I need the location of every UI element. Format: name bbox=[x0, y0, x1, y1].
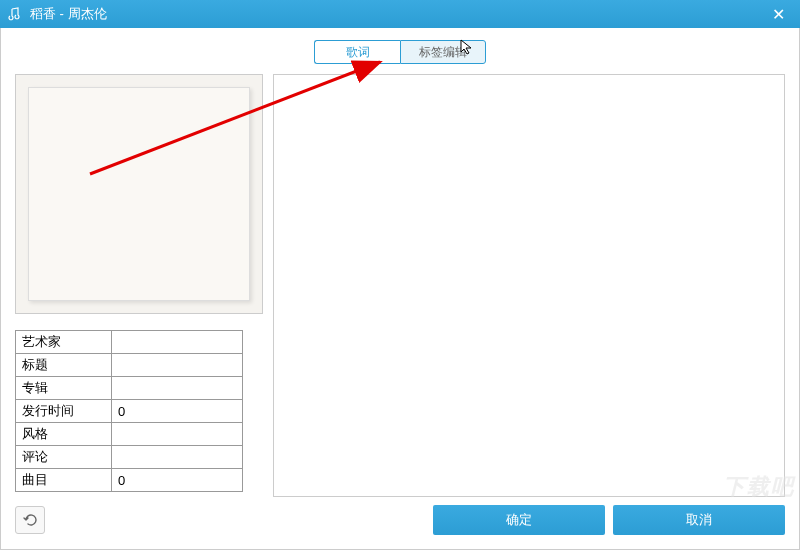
undo-icon bbox=[22, 512, 38, 528]
cancel-button[interactable]: 取消 bbox=[613, 505, 785, 535]
metadata-table: 艺术家 标题 专辑 发行时间 0 风格 bbox=[15, 330, 243, 492]
meta-album-label: 专辑 bbox=[16, 377, 112, 400]
window-body: 歌词 标签编辑 艺术家 标题 专辑 bbox=[0, 28, 800, 550]
meta-track-value: 0 bbox=[112, 469, 243, 492]
tabs: 歌词 标签编辑 bbox=[7, 40, 793, 64]
titlebar: 稻香 - 周杰伦 ✕ bbox=[0, 0, 800, 28]
album-cover-frame bbox=[15, 74, 263, 314]
content: 艺术家 标题 专辑 发行时间 0 风格 bbox=[7, 74, 793, 497]
music-note-icon bbox=[8, 6, 24, 22]
meta-album-value bbox=[112, 377, 243, 400]
meta-comment-label: 评论 bbox=[16, 446, 112, 469]
meta-release-value: 0 bbox=[112, 400, 243, 423]
left-panel: 艺术家 标题 专辑 发行时间 0 风格 bbox=[15, 74, 263, 497]
lyrics-panel[interactable] bbox=[273, 74, 785, 497]
close-button[interactable]: ✕ bbox=[764, 5, 792, 24]
ok-button[interactable]: 确定 bbox=[433, 505, 605, 535]
table-row: 艺术家 bbox=[16, 331, 243, 354]
window-title: 稻香 - 周杰伦 bbox=[30, 5, 764, 23]
meta-comment-value bbox=[112, 446, 243, 469]
table-row: 评论 bbox=[16, 446, 243, 469]
meta-release-label: 发行时间 bbox=[16, 400, 112, 423]
undo-button[interactable] bbox=[15, 506, 45, 534]
meta-track-label: 曲目 bbox=[16, 469, 112, 492]
footer: 确定 取消 bbox=[7, 497, 793, 543]
table-row: 专辑 bbox=[16, 377, 243, 400]
tab-lyrics[interactable]: 歌词 bbox=[314, 40, 400, 64]
tab-tag-edit[interactable]: 标签编辑 bbox=[400, 40, 486, 64]
meta-title-value bbox=[112, 354, 243, 377]
meta-artist-value bbox=[112, 331, 243, 354]
table-row: 标题 bbox=[16, 354, 243, 377]
album-cover bbox=[28, 87, 250, 301]
meta-title-label: 标题 bbox=[16, 354, 112, 377]
table-row: 曲目 0 bbox=[16, 469, 243, 492]
table-row: 风格 bbox=[16, 423, 243, 446]
meta-artist-label: 艺术家 bbox=[16, 331, 112, 354]
table-row: 发行时间 0 bbox=[16, 400, 243, 423]
meta-genre-label: 风格 bbox=[16, 423, 112, 446]
meta-genre-value bbox=[112, 423, 243, 446]
